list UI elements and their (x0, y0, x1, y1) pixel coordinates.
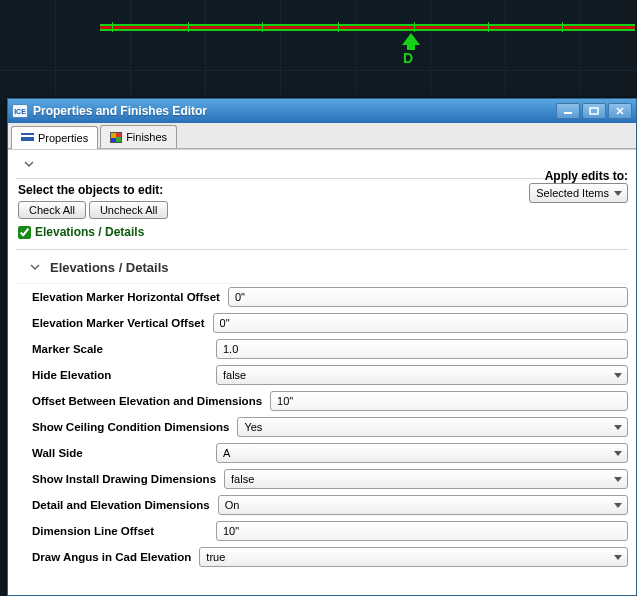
prop-row-detail-elev: Detail and Elevation Dimensions (24, 492, 628, 518)
show-ceiling-select[interactable] (237, 417, 628, 437)
cad-tick (338, 22, 339, 32)
apply-edits-label: Apply edits to: (529, 169, 628, 183)
prop-label: Elevation Marker Horizontal Offset (32, 291, 220, 303)
chevron-down-icon (614, 191, 622, 196)
tab-label: Finishes (126, 131, 167, 143)
section-header[interactable]: Elevations / Details (16, 254, 628, 284)
elevations-details-checkbox-row[interactable]: Elevations / Details (18, 225, 628, 239)
prop-row-vert-offset: Elevation Marker Vertical Offset (24, 310, 628, 336)
apply-edits-select[interactable]: Selected Items (529, 183, 628, 203)
prop-label: Elevation Marker Vertical Offset (32, 317, 205, 329)
horiz-offset-input[interactable] (228, 287, 628, 307)
content-area: Select the objects to edit: Apply edits … (8, 149, 636, 595)
svg-rect-0 (564, 112, 572, 114)
cad-tick (562, 22, 563, 32)
cad-wall-line (100, 29, 635, 31)
prop-label: Show Install Drawing Dimensions (32, 473, 216, 485)
prop-row-draw-angus: Draw Angus in Cad Elevation (24, 544, 628, 570)
cad-canvas[interactable]: D (0, 0, 637, 100)
elevations-details-checkbox[interactable] (18, 226, 31, 239)
cad-tick (188, 22, 189, 32)
app-icon: ICE (12, 104, 28, 118)
cad-tick (262, 22, 263, 32)
prop-label: Marker Scale (32, 343, 208, 355)
prop-label: Wall Side (32, 447, 208, 459)
offset-dims-input[interactable] (270, 391, 628, 411)
tabstrip: Properties Finishes (8, 123, 636, 149)
close-button[interactable] (608, 103, 632, 119)
prop-row-show-ceiling: Show Ceiling Condition Dimensions (24, 414, 628, 440)
cad-grid (0, 0, 637, 100)
titlebar[interactable]: ICE Properties and Finishes Editor (8, 99, 636, 123)
check-all-button[interactable]: Check All (18, 201, 86, 219)
prop-label: Draw Angus in Cad Elevation (32, 551, 191, 563)
draw-angus-select[interactable] (199, 547, 628, 567)
chevron-down-icon (24, 159, 34, 170)
cad-tick (414, 22, 415, 32)
apply-edits-value: Selected Items (536, 187, 609, 199)
prop-label: Show Ceiling Condition Dimensions (32, 421, 229, 433)
hide-elevation-select[interactable] (216, 365, 628, 385)
marker-scale-input[interactable] (216, 339, 628, 359)
tab-properties[interactable]: Properties (11, 126, 98, 149)
elevation-marker-label[interactable]: D (403, 50, 413, 66)
prop-row-show-install: Show Install Drawing Dimensions (24, 466, 628, 492)
finishes-icon (110, 132, 122, 143)
tab-label: Properties (38, 132, 88, 144)
uncheck-all-button[interactable]: Uncheck All (89, 201, 168, 219)
property-list: Elevation Marker Horizontal Offset Eleva… (24, 284, 628, 570)
cad-tick (112, 22, 113, 32)
prop-label: Detail and Elevation Dimensions (32, 499, 210, 511)
prop-row-wall-side: Wall Side (24, 440, 628, 466)
tab-finishes[interactable]: Finishes (100, 125, 177, 148)
prop-label: Offset Between Elevation and Dimensions (32, 395, 262, 407)
properties-icon (21, 133, 34, 144)
prop-row-offset-dims: Offset Between Elevation and Dimensions (24, 388, 628, 414)
prop-row-hide-elevation: Hide Elevation (24, 362, 628, 388)
prop-label: Dimension Line Offset (32, 525, 208, 537)
dim-line-offset-input[interactable] (216, 521, 628, 541)
prop-label: Hide Elevation (32, 369, 208, 381)
show-install-select[interactable] (224, 469, 628, 489)
wall-side-select[interactable] (216, 443, 628, 463)
properties-dialog: ICE Properties and Finishes Editor Prope… (7, 98, 637, 596)
vert-offset-input[interactable] (213, 313, 628, 333)
maximize-button[interactable] (582, 103, 606, 119)
prop-row-dim-line-offset: Dimension Line Offset (24, 518, 628, 544)
detail-elev-select[interactable] (218, 495, 628, 515)
minimize-button[interactable] (556, 103, 580, 119)
elevations-details-label: Elevations / Details (35, 225, 144, 239)
cad-tick (488, 22, 489, 32)
dialog-title: Properties and Finishes Editor (33, 104, 554, 118)
prop-row-marker-scale: Marker Scale (24, 336, 628, 362)
section-title: Elevations / Details (50, 260, 169, 275)
prop-row-horiz-offset: Elevation Marker Horizontal Offset (24, 284, 628, 310)
svg-rect-1 (590, 108, 598, 114)
chevron-down-icon (30, 262, 40, 273)
